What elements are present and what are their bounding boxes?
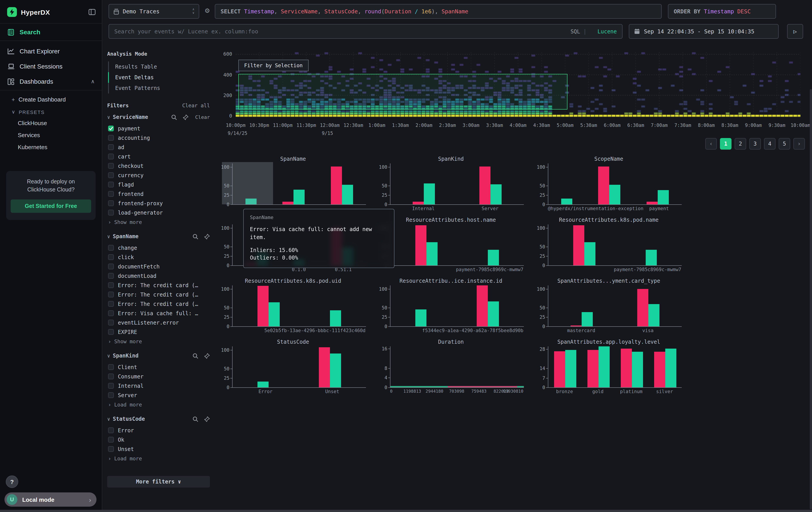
green-bar[interactable]	[488, 250, 499, 265]
sidebar-collapse-icon[interactable]	[88, 9, 96, 15]
filter-checkbox-row[interactable]: change	[107, 243, 210, 252]
more-filters-button[interactable]: More filters ∨	[107, 476, 210, 487]
chevron-down-icon[interactable]: ∨	[107, 353, 110, 359]
green-bar[interactable]	[658, 190, 669, 204]
pagination-page-1[interactable]: 1	[720, 138, 731, 150]
filter-checkbox-row[interactable]: frontend	[107, 189, 210, 198]
pink-bar[interactable]	[415, 225, 427, 265]
lang-lucene-toggle[interactable]: Lucene	[598, 28, 617, 34]
filter-checkbox-row[interactable]: load-generator	[107, 208, 210, 217]
show-more-link[interactable]: › Load more	[107, 454, 210, 462]
filter-checkbox-row[interactable]: flagd	[107, 180, 210, 189]
sidebar-item-search[interactable]: Search	[0, 23, 102, 41]
heatmap-selection-region[interactable]	[238, 74, 568, 110]
pin-icon[interactable]	[204, 416, 210, 422]
checkbox-unchecked[interactable]	[108, 446, 114, 452]
green-bar[interactable]	[294, 190, 305, 204]
pagination-page-3[interactable]: 3	[749, 138, 761, 150]
filter-checkbox-row[interactable]: Server	[107, 390, 210, 400]
filter-section-name[interactable]: ServiceName	[113, 114, 166, 120]
sidebar-item-services[interactable]: Services	[0, 129, 102, 141]
checkbox-unchecked[interactable]	[108, 264, 114, 269]
green-bar[interactable]	[584, 242, 596, 265]
green-bar[interactable]	[565, 350, 576, 387]
sidebar-item-chart-explorer[interactable]: Chart Explorer	[0, 44, 102, 59]
checkbox-unchecked[interactable]	[108, 383, 114, 389]
checkbox-unchecked[interactable]	[108, 301, 114, 307]
green-bar[interactable]	[646, 250, 657, 265]
filter-checkbox-row[interactable]: documentLoad	[107, 271, 210, 280]
chevron-down-icon[interactable]: ∨	[107, 114, 110, 120]
filter-checkbox-row[interactable]: Error	[107, 426, 210, 435]
checkbox-unchecked[interactable]	[108, 292, 114, 297]
checkbox-unchecked[interactable]	[108, 374, 114, 379]
checkbox-unchecked[interactable]	[108, 310, 114, 316]
pagination-next-button[interactable]: ›	[793, 138, 805, 150]
checkbox-unchecked[interactable]	[108, 437, 114, 442]
filter-checkbox-row[interactable]: Error: The credit card (…	[107, 280, 210, 290]
filter-checkbox-row[interactable]: Error: The credit card (…	[107, 290, 210, 299]
pink-bar[interactable]	[480, 166, 491, 204]
green-bar[interactable]	[561, 198, 572, 204]
source-select[interactable]: Demo Traces ∧∨	[109, 4, 199, 19]
checkbox-unchecked[interactable]	[108, 364, 114, 370]
search-icon[interactable]	[193, 234, 198, 239]
checkbox-unchecked[interactable]	[108, 135, 114, 141]
select-query-input[interactable]: SELECT Timestamp, ServiceName, StatusCod…	[215, 4, 662, 19]
filter-checkbox-row[interactable]: Error: Visa cache full: …	[107, 308, 210, 318]
filter-checkbox-row[interactable]: documentFetch	[107, 262, 210, 271]
pink-bar[interactable]	[646, 201, 658, 204]
filter-checkbox-row[interactable]: Unset	[107, 444, 210, 454]
green-bar[interactable]	[330, 353, 341, 387]
run-query-button[interactable]: ▷	[787, 24, 803, 39]
search-icon[interactable]	[171, 114, 177, 120]
checkbox-unchecked[interactable]	[108, 182, 114, 187]
filter-section-name[interactable]: SpanKind	[113, 353, 187, 359]
horizontal-scrollbar[interactable]	[0, 510, 812, 512]
filter-checkbox-row[interactable]: ad	[107, 142, 210, 152]
filter-checkbox-row[interactable]: click	[107, 252, 210, 262]
checkbox-unchecked[interactable]	[108, 154, 114, 159]
pink-bar[interactable]	[654, 352, 665, 387]
pagination-page-5[interactable]: 5	[779, 138, 790, 150]
green-bar[interactable]	[330, 310, 341, 326]
checkbox-unchecked[interactable]	[108, 163, 114, 169]
pink-bar[interactable]	[574, 225, 584, 265]
checkbox-unchecked[interactable]	[108, 210, 114, 215]
show-more-link[interactable]: › Show more	[107, 217, 210, 225]
checkbox-unchecked[interactable]	[108, 172, 114, 178]
pin-icon[interactable]	[204, 353, 210, 359]
pink-bar[interactable]	[554, 351, 565, 387]
filter-checkbox-row[interactable]: Client	[107, 362, 210, 372]
pink-bar[interactable]	[319, 347, 330, 387]
pink-bar[interactable]	[331, 166, 342, 204]
chevron-down-icon[interactable]: ∨	[107, 234, 110, 239]
checkbox-checked[interactable]	[108, 126, 114, 131]
checkbox-unchecked[interactable]	[108, 273, 114, 279]
analysis-mode-option-event-deltas[interactable]: Event Deltas	[108, 72, 210, 83]
analysis-mode-option-results-table[interactable]: Results Table	[108, 61, 210, 72]
checkbox-unchecked[interactable]	[108, 245, 114, 251]
sidebar-item-client-sessions[interactable]: Client Sessions	[0, 59, 102, 74]
green-bar[interactable]	[427, 242, 438, 265]
sidebar-item-kubernetes[interactable]: Kubernetes	[0, 141, 102, 153]
chevron-up-icon[interactable]: ∧	[91, 78, 95, 85]
filter-checkbox-row[interactable]: Consumer	[107, 372, 210, 381]
create-dashboard-button[interactable]: + Create Dashboard	[0, 93, 102, 106]
filter-checkbox-row[interactable]: Error: The credit card (…	[107, 299, 210, 308]
presets-toggle[interactable]: ∨ PRESETS	[0, 106, 102, 117]
pink-bar[interactable]	[571, 325, 582, 326]
green-bar[interactable]	[598, 346, 609, 387]
checkbox-unchecked[interactable]	[108, 200, 114, 206]
search-input[interactable]: Search your events w/ Lucene ex. column:…	[109, 24, 622, 39]
sidebar-item-dashboards[interactable]: Dashboards ∧	[0, 74, 102, 89]
green-bar[interactable]	[491, 184, 502, 204]
green-bar[interactable]	[424, 183, 435, 204]
time-range-picker[interactable]: Sep 14 22:04:35 - Sep 15 10:04:35	[629, 24, 779, 39]
filter-checkbox-row[interactable]: Ok	[107, 435, 210, 444]
filter-checkbox-row[interactable]: EXPIRE	[107, 327, 210, 336]
filter-section-name[interactable]: SpanName	[113, 233, 187, 240]
pink-bar[interactable]	[587, 350, 598, 387]
pagination-page-2[interactable]: 2	[735, 138, 746, 150]
chevron-down-icon[interactable]: ∨	[107, 416, 110, 422]
